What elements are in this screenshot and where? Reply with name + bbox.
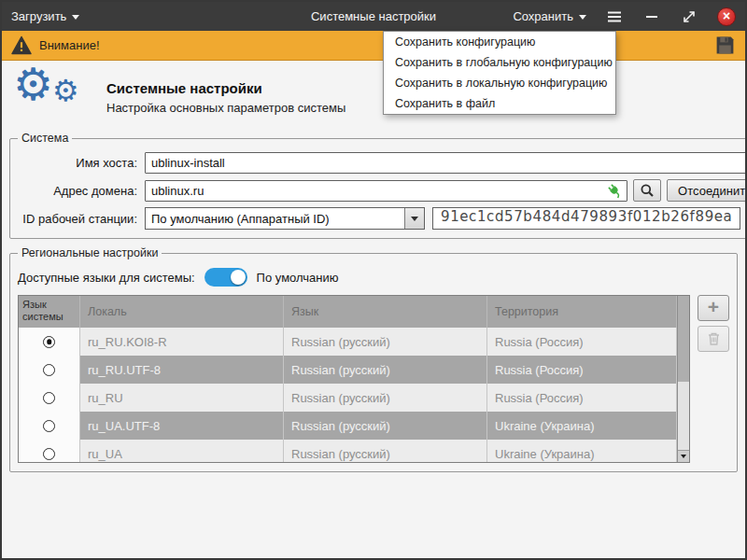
- hostname-label: Имя хоста:: [18, 156, 137, 170]
- row-radio[interactable]: [43, 392, 55, 404]
- chevron-down-icon: [681, 455, 686, 458]
- cell-locale: ru_RU.UTF-8: [80, 356, 284, 384]
- column-header-territory[interactable]: Территория: [487, 296, 677, 328]
- toggle-state-label: По умолчанию: [257, 271, 339, 285]
- hamburger-menu-button[interactable]: [605, 7, 624, 26]
- menu-item-save-local-config[interactable]: Сохранить в локальную конфигурацию: [384, 73, 615, 93]
- hostname-input[interactable]: [145, 152, 747, 174]
- table-body: ru_RU.KOI8-R Russian (русский) Russia (Р…: [19, 328, 677, 463]
- chevron-down-icon: [72, 15, 79, 20]
- row-radio[interactable]: [43, 448, 55, 460]
- locales-table: Язык системы Локаль Язык Территория ru_R…: [18, 295, 690, 463]
- page-header: ⚙ ⚙ Системные настройки Настройка основн…: [2, 61, 745, 132]
- cell-territory: Russia (Россия): [487, 356, 677, 384]
- app-window: Загрузить Системные настройки Сохранить …: [0, 0, 747, 560]
- domain-search-button[interactable]: [633, 179, 661, 202]
- cell-locale: ru_UA.UTF-8: [80, 412, 284, 440]
- disconnect-button[interactable]: Отсоединиться: [667, 179, 747, 202]
- row-radio[interactable]: [43, 336, 55, 348]
- station-id-value-field[interactable]: 91ec1cd57b484d479893f012b26f89ea: [432, 207, 740, 230]
- gear-icon: ⚙: [52, 76, 79, 105]
- close-button[interactable]: ×: [717, 7, 736, 26]
- titlebar: Загрузить Системные настройки Сохранить …: [2, 2, 745, 31]
- table-row[interactable]: ru_UA Russian (русский) Ukraine (Украина…: [19, 440, 677, 463]
- cell-locale: ru_UA: [80, 440, 284, 463]
- column-header-language[interactable]: Язык: [284, 296, 487, 328]
- warning-bar: Внимание!: [2, 31, 745, 61]
- cell-language: Russian (русский): [284, 328, 487, 356]
- languages-toggle[interactable]: [204, 268, 247, 287]
- load-menu-label: Загрузить: [11, 9, 66, 23]
- cell-territory: Russia (Россия): [487, 328, 677, 356]
- page-title: Системные настройки: [106, 80, 345, 96]
- menu-item-save-global-config[interactable]: Сохранить в глобальную конфигурацию: [384, 52, 615, 73]
- trash-icon: [707, 331, 721, 346]
- station-id-selected-option: По умолчанию (Аппаратный ID): [146, 212, 404, 226]
- chevron-down-icon: [579, 15, 586, 20]
- column-header-system-language[interactable]: Язык системы: [19, 296, 80, 328]
- scrollbar-thumb[interactable]: [678, 296, 689, 382]
- expand-icon: [682, 9, 697, 24]
- toggle-knob: [231, 270, 246, 285]
- scroll-down-button[interactable]: [678, 450, 689, 462]
- row-radio[interactable]: [43, 420, 55, 432]
- column-header-locale[interactable]: Локаль: [80, 296, 284, 328]
- regional-group-legend: Региональные настройки: [18, 246, 162, 259]
- station-id-label: ID рабочей станции:: [18, 212, 137, 226]
- table-scrollbar[interactable]: [677, 296, 689, 462]
- gear-icon: ⚙: [13, 63, 53, 107]
- floppy-icon: [714, 35, 736, 56]
- load-menu-button[interactable]: Загрузить: [11, 9, 79, 23]
- station-id-select[interactable]: По умолчанию (Аппаратный ID): [145, 207, 425, 230]
- cell-territory: Russia (Россия): [487, 384, 677, 412]
- save-dropdown-menu: Сохранить конфигурацию Сохранить в глоба…: [383, 31, 616, 115]
- cell-language: Russian (русский): [284, 440, 487, 463]
- cell-language: Russian (русский): [284, 412, 487, 440]
- minimize-button[interactable]: [642, 7, 661, 26]
- page-subtitle: Настройка основных параметров системы: [106, 101, 345, 115]
- cell-language: Russian (русский): [284, 356, 487, 384]
- select-arrow: [404, 208, 424, 229]
- available-languages-label: Доступные языки для системы:: [18, 271, 195, 285]
- gears-icon: ⚙ ⚙: [13, 70, 92, 124]
- domain-label: Адрес домена:: [18, 184, 137, 198]
- menu-item-save-to-file[interactable]: Сохранить в файл: [384, 93, 615, 114]
- domain-input[interactable]: [145, 180, 627, 202]
- chevron-down-icon: [411, 217, 418, 221]
- menu-item-save-config[interactable]: Сохранить конфигурацию: [384, 32, 615, 52]
- warning-text: Внимание!: [39, 38, 100, 52]
- save-menu-button[interactable]: Сохранить: [513, 9, 586, 23]
- cell-locale: ru_RU.KOI8-R: [80, 328, 284, 356]
- regional-group: Региональные настройки Доступные языки д…: [9, 246, 738, 472]
- add-locale-button[interactable]: +: [698, 295, 729, 321]
- table-row[interactable]: ru_RU.UTF-8 Russian (русский) Russia (Ро…: [19, 356, 677, 384]
- table-header: Язык системы Локаль Язык Территория: [19, 296, 677, 328]
- cell-language: Russian (русский): [284, 384, 487, 412]
- table-row[interactable]: ru_UA.UTF-8 Russian (русский) Ukraine (У…: [19, 412, 677, 440]
- table-row[interactable]: ru_RU Russian (русский) Russia (Россия): [19, 384, 677, 412]
- delete-locale-button[interactable]: [698, 326, 729, 352]
- maximize-button[interactable]: [680, 7, 698, 26]
- search-icon: [640, 183, 655, 198]
- hamburger-icon: [606, 8, 623, 25]
- system-group: Система Имя хоста: Адрес домена:: [9, 132, 747, 239]
- row-radio[interactable]: [43, 364, 55, 376]
- minimize-icon: [644, 9, 659, 24]
- save-to-file-button[interactable]: [714, 35, 736, 56]
- warning-icon: [11, 35, 32, 55]
- cell-territory: Ukraine (Украина): [487, 412, 677, 440]
- table-row[interactable]: ru_RU.KOI8-R Russian (русский) Russia (Р…: [19, 328, 677, 356]
- save-menu-label: Сохранить: [513, 9, 573, 23]
- cell-territory: Ukraine (Украина): [487, 440, 677, 463]
- cell-locale: ru_RU: [80, 384, 284, 412]
- system-group-legend: Система: [18, 132, 72, 145]
